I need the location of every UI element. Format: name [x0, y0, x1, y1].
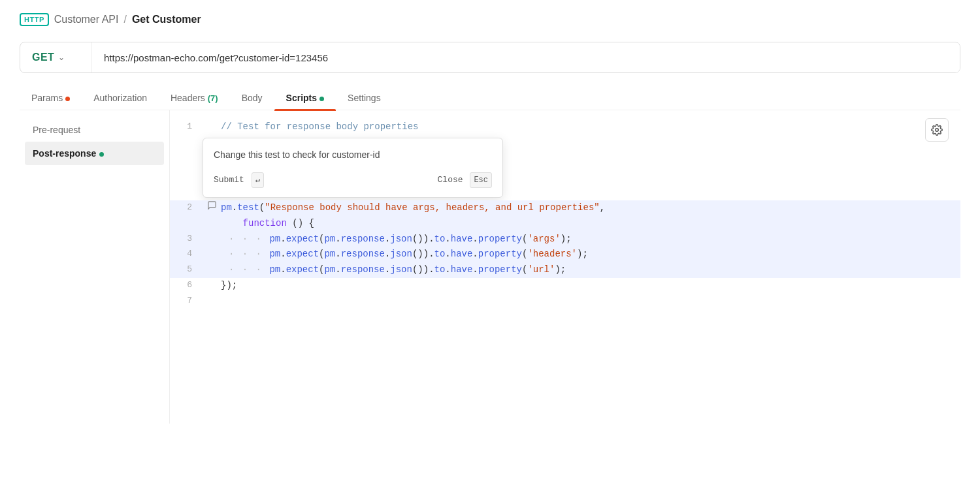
submit-key-hint: ↵	[252, 172, 264, 188]
post-response-dot	[99, 152, 104, 157]
scripts-sidebar: Pre-request Post-response	[20, 110, 170, 424]
code-line-2: 2 pm.test("Response body should have arg…	[170, 200, 960, 216]
sub-tab-pre-request[interactable]: Pre-request	[20, 118, 169, 142]
content-area: Pre-request Post-response 1 /	[20, 110, 960, 424]
url-bar: GET ⌄	[20, 42, 960, 73]
sub-tab-post-response[interactable]: Post-response	[25, 142, 164, 165]
suggestion-submit[interactable]: Submit ↵	[214, 172, 264, 188]
code-line-3: 3 · · · pm.expect(pm.response.json()).to…	[170, 232, 960, 247]
tab-authorization[interactable]: Authorization	[82, 86, 159, 110]
code-content: 1 // Test for response body properties C…	[170, 117, 960, 308]
breadcrumb-api: Customer API	[54, 14, 119, 25]
scripts-dot	[319, 97, 324, 101]
code-line-1: 1 // Test for response body properties	[170, 119, 960, 135]
request-tabs: Params Authorization Headers (7) Body Sc…	[20, 86, 960, 110]
headers-badge: (7)	[208, 93, 218, 103]
code-editor: 1 // Test for response body properties C…	[170, 110, 960, 424]
http-badge: HTTP	[20, 13, 49, 26]
code-line-2b: function () {	[170, 216, 960, 232]
tab-body[interactable]: Body	[230, 86, 274, 110]
tab-params[interactable]: Params	[20, 86, 82, 110]
editor-settings-button[interactable]	[925, 118, 949, 142]
suggestion-actions: Submit ↵ Close Esc	[214, 172, 492, 188]
tab-scripts[interactable]: Scripts	[274, 86, 336, 110]
code-line-4: 4 · · · pm.expect(pm.response.json()).to…	[170, 247, 960, 262]
breadcrumb-separator: /	[123, 14, 126, 25]
method-label: GET	[32, 52, 54, 63]
tab-settings[interactable]: Settings	[336, 86, 393, 110]
method-select[interactable]: GET ⌄	[20, 42, 92, 72]
suggestion-popup: Change this test to check for customer-i…	[203, 138, 503, 198]
suggestion-text: Change this test to check for customer-i…	[214, 148, 492, 163]
code-line-7: 7	[170, 294, 960, 308]
url-input[interactable]	[92, 43, 960, 72]
svg-point-0	[936, 129, 939, 132]
code-line-5: 5 · · · pm.expect(pm.response.json()).to…	[170, 262, 960, 278]
breadcrumb-endpoint: Get Customer	[132, 14, 201, 25]
tab-headers[interactable]: Headers (7)	[159, 86, 230, 110]
breadcrumb: HTTP Customer API / Get Customer	[20, 13, 960, 26]
close-key-hint: Esc	[470, 172, 492, 188]
suggestion-close[interactable]: Close Esc	[438, 172, 492, 188]
chevron-down-icon: ⌄	[58, 53, 65, 62]
params-dot	[65, 97, 70, 101]
code-line-6: 6 });	[170, 278, 960, 294]
